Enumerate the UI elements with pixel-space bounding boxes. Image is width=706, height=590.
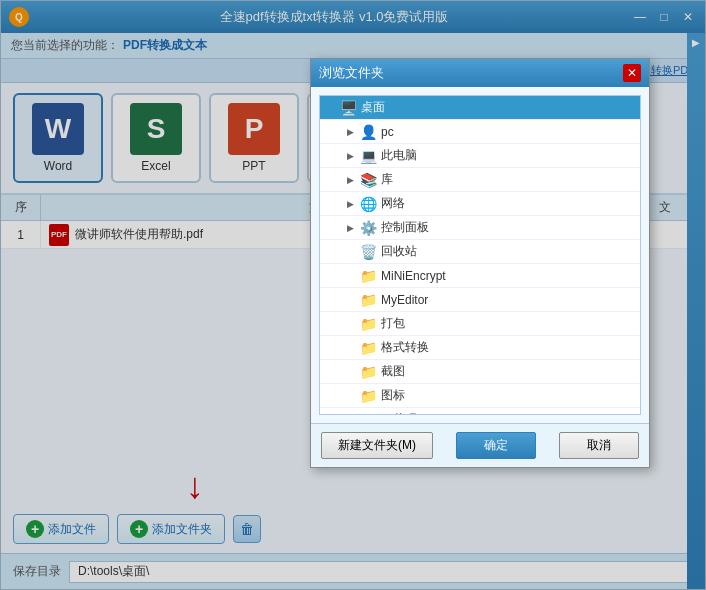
tree-item-label: 此电脑 bbox=[381, 147, 417, 164]
new-folder-button[interactable]: 新建文件夹(M) bbox=[321, 432, 433, 459]
tree-item-label: 网络 bbox=[381, 195, 405, 212]
tree-arrow: ▶ bbox=[344, 223, 356, 233]
tree-folder-icon: 📁 bbox=[360, 292, 377, 308]
tree-item[interactable]: 📁MyEditor bbox=[320, 288, 640, 312]
tree-item-label: 桌面 bbox=[361, 99, 385, 116]
dialog-body: 🖥️桌面▶👤pc▶💻此电脑▶📚库▶🌐网络▶⚙️控制面板🗑️回收站📁MiNiEnc… bbox=[311, 95, 649, 415]
tree-item-label: 回收站 bbox=[381, 243, 417, 260]
dialog-footer: 新建文件夹(M) 确定 取消 bbox=[311, 423, 649, 467]
tree-arrow: ▶ bbox=[344, 127, 356, 137]
tree-item[interactable]: ▶💻此电脑 bbox=[320, 144, 640, 168]
tree-folder-icon: 📁 bbox=[360, 316, 377, 332]
tree-arrow: ▶ bbox=[344, 199, 356, 209]
folder-tree[interactable]: 🖥️桌面▶👤pc▶💻此电脑▶📚库▶🌐网络▶⚙️控制面板🗑️回收站📁MiNiEnc… bbox=[319, 95, 641, 415]
dialog-close-button[interactable]: ✕ bbox=[623, 64, 641, 82]
browse-folder-dialog: 浏览文件夹 ✕ 🖥️桌面▶👤pc▶💻此电脑▶📚库▶🌐网络▶⚙️控制面板🗑️回收站… bbox=[310, 58, 650, 468]
tree-item[interactable]: 📁打包 bbox=[320, 312, 640, 336]
dialog-title: 浏览文件夹 bbox=[319, 64, 384, 82]
tree-item-label: MiNiEncrypt bbox=[381, 269, 446, 283]
tree-item[interactable]: 📁MiNiEncrypt bbox=[320, 264, 640, 288]
tree-item[interactable]: 📁截图 bbox=[320, 360, 640, 384]
tree-item-label: 下载吧 bbox=[381, 411, 417, 415]
confirm-button[interactable]: 确定 bbox=[456, 432, 536, 459]
tree-item[interactable]: 🗑️回收站 bbox=[320, 240, 640, 264]
tree-folder-icon: 👤 bbox=[360, 124, 377, 140]
tree-item[interactable]: ▶⚙️控制面板 bbox=[320, 216, 640, 240]
dialog-title-bar: 浏览文件夹 ✕ bbox=[311, 59, 649, 87]
tree-folder-icon: 📁 bbox=[360, 268, 377, 284]
tree-item-label: MyEditor bbox=[381, 293, 428, 307]
tree-item[interactable]: ▶📁下载吧 bbox=[320, 408, 640, 415]
tree-arrow: ▶ bbox=[344, 415, 356, 416]
tree-item-label: 打包 bbox=[381, 315, 405, 332]
tree-folder-icon: 📁 bbox=[360, 340, 377, 356]
tree-folder-icon: 📁 bbox=[360, 364, 377, 380]
tree-folder-icon: 🌐 bbox=[360, 196, 377, 212]
tree-item-label: 图标 bbox=[381, 387, 405, 404]
tree-arrow: ▶ bbox=[344, 175, 356, 185]
dialog-overlay: 浏览文件夹 ✕ 🖥️桌面▶👤pc▶💻此电脑▶📚库▶🌐网络▶⚙️控制面板🗑️回收站… bbox=[0, 0, 706, 590]
tree-item[interactable]: ▶📚库 bbox=[320, 168, 640, 192]
tree-item[interactable]: 📁图标 bbox=[320, 384, 640, 408]
tree-item[interactable]: ▶👤pc bbox=[320, 120, 640, 144]
tree-folder-icon: 📚 bbox=[360, 172, 377, 188]
tree-folder-icon: 📁 bbox=[360, 412, 377, 416]
tree-item-label: 格式转换 bbox=[381, 339, 429, 356]
tree-item[interactable]: 🖥️桌面 bbox=[320, 96, 640, 120]
tree-item-label: 截图 bbox=[381, 363, 405, 380]
tree-item-label: 库 bbox=[381, 171, 393, 188]
cancel-button[interactable]: 取消 bbox=[559, 432, 639, 459]
tree-item[interactable]: 📁格式转换 bbox=[320, 336, 640, 360]
tree-item-label: 控制面板 bbox=[381, 219, 429, 236]
tree-item-label: pc bbox=[381, 125, 394, 139]
tree-folder-icon: 🖥️ bbox=[340, 100, 357, 116]
tree-folder-icon: 🗑️ bbox=[360, 244, 377, 260]
tree-folder-icon: 💻 bbox=[360, 148, 377, 164]
tree-item[interactable]: ▶🌐网络 bbox=[320, 192, 640, 216]
tree-folder-icon: ⚙️ bbox=[360, 220, 377, 236]
tree-folder-icon: 📁 bbox=[360, 388, 377, 404]
tree-arrow: ▶ bbox=[344, 151, 356, 161]
